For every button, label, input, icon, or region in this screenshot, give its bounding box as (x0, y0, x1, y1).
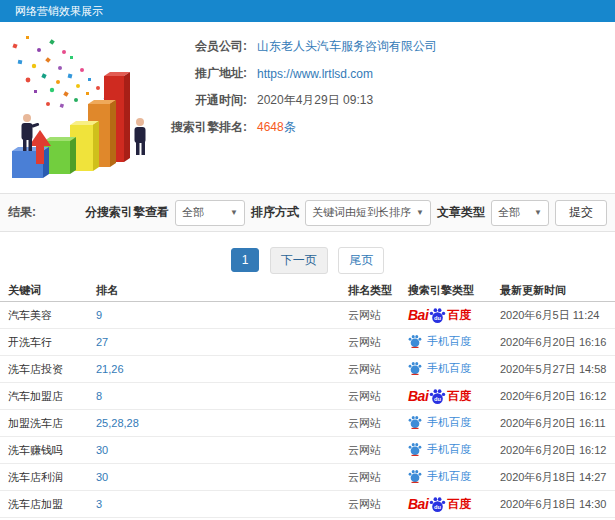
keyword-cell: 汽车加盟店 (0, 389, 96, 404)
keyword-cell: 开洗车行 (0, 335, 96, 350)
col-rank-type: 排名类型 (348, 283, 402, 298)
engine-cell: 手机百度 (402, 442, 500, 458)
company-label: 会员公司: (60, 38, 247, 55)
svg-text:du: du (434, 395, 441, 401)
updated-cell: 2020年5月27日 14:58 (500, 362, 607, 377)
rank-cell[interactable]: 27 (96, 336, 348, 348)
baidu-paw-icon (408, 361, 422, 375)
article-type-selected: 全部 (498, 205, 520, 220)
rank-cell[interactable]: 8 (96, 390, 348, 402)
table-row: 开洗车行27云网站 手机百度2020年6月20日 16:16 (0, 329, 615, 356)
rank-cell[interactable]: 25,28,28 (96, 417, 348, 429)
updated-cell: 2020年6月20日 16:12 (500, 443, 607, 458)
engine-cell: 手机百度 (402, 334, 500, 350)
last-page-button[interactable]: 尾页 (338, 247, 384, 274)
baidu-paw-icon: du (429, 307, 446, 324)
rank-cell[interactable]: 30 (96, 471, 348, 483)
rank-cell[interactable]: 3 (96, 498, 348, 510)
updated-cell: 2020年6月20日 16:12 (500, 389, 607, 404)
rank-cell[interactable]: 9 (96, 309, 348, 321)
page-1-button[interactable]: 1 (231, 248, 260, 272)
info-row-ranking-count: 搜索引擎排名: 4648条 (60, 114, 437, 141)
keyword-cell: 洗车赚钱吗 (0, 443, 96, 458)
promo-url-label: 推广地址: (60, 65, 247, 82)
table-row: 洗车店投资21,26云网站 手机百度2020年5月27日 14:58 (0, 356, 615, 383)
baidu-paw-icon: du (429, 388, 446, 405)
svg-text:du: du (434, 314, 441, 320)
rank-type-cell: 云网站 (348, 335, 402, 350)
rank-cell[interactable]: 30 (96, 444, 348, 456)
table-header-row: 关键词 排名 排名类型 搜索引擎类型 最新更新时间 (0, 279, 615, 302)
filter-controls: 分搜索引擎查看 全部 ▼ 排序方式 关键词由短到长排序 ▼ 文章类型 全部 ▼ … (85, 199, 607, 226)
rank-type-cell: 云网站 (348, 362, 402, 377)
keyword-cell: 洗车店投资 (0, 362, 96, 377)
chevron-down-icon: ▼ (416, 208, 424, 217)
baidu-logo: Bai du 百度 (408, 307, 471, 324)
ranking-count-number: 4648 (257, 120, 284, 134)
company-info-panel: 会员公司: 山东老人头汽车服务咨询有限公司 推广地址: https://www.… (60, 33, 437, 141)
mobile-baidu-logo: 手机百度 (408, 415, 471, 430)
table-body: 汽车美容9云网站Bai du 百度2020年6月5日 11:24开洗车行27云网… (0, 302, 615, 518)
info-row-company: 会员公司: 山东老人头汽车服务咨询有限公司 (60, 33, 437, 60)
mobile-baidu-logo: 手机百度 (408, 442, 471, 457)
engine-cell: 手机百度 (402, 469, 500, 485)
info-row-url: 推广地址: https://www.lrtlsd.com (60, 60, 437, 87)
updated-cell: 2020年6月18日 14:30 (500, 497, 607, 512)
sort-selected: 关键词由短到长排序 (312, 205, 411, 220)
svg-text:du: du (434, 503, 441, 509)
col-keyword: 关键词 (0, 283, 96, 298)
open-time-label: 开通时间: (60, 92, 247, 109)
rank-type-cell: 云网站 (348, 497, 402, 512)
baidu-paw-icon (408, 334, 422, 348)
next-page-button[interactable]: 下一页 (270, 247, 328, 274)
ranking-count-unit: 条 (284, 120, 296, 134)
article-type-label: 文章类型 (437, 204, 485, 221)
updated-cell: 2020年6月18日 14:27 (500, 470, 607, 485)
table-row: 洗车赚钱吗30云网站 手机百度2020年6月20日 16:12 (0, 437, 615, 464)
table-row: 洗车店利润30云网站 手机百度2020年6月18日 14:27 (0, 464, 615, 491)
keyword-cell: 汽车美容 (0, 308, 96, 323)
keyword-ranking-table: 关键词 排名 排名类型 搜索引擎类型 最新更新时间 汽车美容9云网站Bai du… (0, 279, 615, 518)
engine-cell: 手机百度 (402, 361, 500, 377)
sort-select[interactable]: 关键词由短到长排序 ▼ (305, 200, 431, 226)
submit-button[interactable]: 提交 (555, 200, 607, 226)
table-row: 汽车美容9云网站Bai du 百度2020年6月5日 11:24 (0, 302, 615, 329)
keyword-cell: 加盟洗车店 (0, 416, 96, 431)
rank-type-cell: 云网站 (348, 470, 402, 485)
col-rank: 排名 (96, 283, 348, 298)
col-updated: 最新更新时间 (500, 283, 607, 298)
keyword-cell: 洗车店加盟 (0, 497, 96, 512)
mobile-baidu-logo: 手机百度 (408, 361, 471, 376)
article-type-select[interactable]: 全部 ▼ (491, 200, 549, 226)
engine-cell: Bai du 百度 (402, 496, 500, 513)
ranking-count-value: 4648条 (257, 119, 296, 136)
marketing-report-page: 网络营销效果展示 (0, 0, 615, 520)
filter-bar: 结果: 分搜索引擎查看 全部 ▼ 排序方式 关键词由短到长排序 ▼ 文章类型 全… (0, 193, 615, 232)
rank-cell[interactable]: 21,26 (96, 363, 348, 375)
engine-cell: Bai du 百度 (402, 388, 500, 405)
table-row: 加盟洗车店25,28,28云网站 手机百度2020年6月20日 16:11 (0, 410, 615, 437)
updated-cell: 2020年6月20日 16:11 (500, 416, 607, 431)
col-engine-type: 搜索引擎类型 (402, 283, 500, 298)
chevron-down-icon: ▼ (534, 208, 542, 217)
sort-label: 排序方式 (251, 204, 299, 221)
updated-cell: 2020年6月20日 16:16 (500, 335, 607, 350)
rank-type-cell: 云网站 (348, 308, 402, 323)
baidu-paw-icon (408, 469, 422, 483)
table-row: 汽车加盟店8云网站Bai du 百度2020年6月20日 16:12 (0, 383, 615, 410)
keyword-cell: 洗车店利润 (0, 470, 96, 485)
engine-cell: Bai du 百度 (402, 307, 500, 324)
engine-view-label: 分搜索引擎查看 (85, 204, 169, 221)
engine-view-select[interactable]: 全部 ▼ (175, 200, 245, 226)
baidu-logo: Bai du 百度 (408, 496, 471, 513)
baidu-logo: Bai du 百度 (408, 388, 471, 405)
table-row: 洗车店加盟3云网站Bai du 百度2020年6月18日 14:30 (0, 491, 615, 518)
rank-type-cell: 云网站 (348, 416, 402, 431)
result-label: 结果: (8, 194, 36, 231)
promo-url-link[interactable]: https://www.lrtlsd.com (257, 67, 373, 81)
baidu-paw-icon (408, 442, 422, 456)
pagination: 1 下一页 尾页 (0, 247, 615, 274)
page-title: 网络营销效果展示 (0, 0, 615, 22)
rank-type-cell: 云网站 (348, 389, 402, 404)
company-name-link[interactable]: 山东老人头汽车服务咨询有限公司 (257, 38, 437, 55)
